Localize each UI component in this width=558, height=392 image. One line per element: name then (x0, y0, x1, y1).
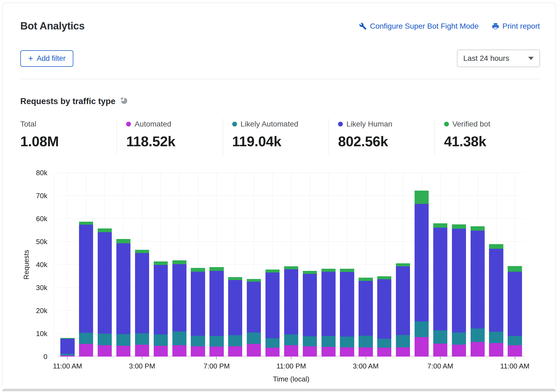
stat-label: Total (20, 120, 36, 128)
bar-stack (340, 173, 354, 357)
bar-segment-automated (60, 356, 74, 357)
bar-slot[interactable] (245, 173, 263, 357)
bar-segment-automated (396, 347, 410, 357)
configure-super-bot-fight-mode-link[interactable]: Configure Super Bot Fight Mode (359, 22, 479, 31)
bar-segment-likely-human (172, 264, 186, 331)
bar-slot[interactable] (468, 173, 487, 357)
bar-slot[interactable] (356, 173, 375, 357)
bar-segment-verified-bot (98, 228, 112, 232)
bar-slot[interactable] (300, 173, 319, 357)
bar-segment-likely-automated (340, 337, 354, 347)
bar-slot[interactable] (319, 173, 338, 357)
bar-segment-verified-bot (433, 223, 447, 228)
bar-segment-verified-bot (303, 271, 317, 274)
bar-segment-verified-bot (191, 268, 205, 272)
header-divider (20, 79, 540, 79)
stat-automated: Automated 118.52k (117, 119, 222, 155)
stat-verified-bot: Verified bot 41.38k (435, 119, 540, 155)
bar-segment-likely-human (359, 281, 373, 336)
bar-segment-likely-automated (265, 338, 280, 348)
bar-slot[interactable] (338, 173, 356, 357)
bar-slot[interactable] (114, 173, 133, 357)
bar-stack (452, 173, 466, 357)
x-tick-label: 3:00 AM (353, 362, 379, 370)
bar-segment-automated (321, 347, 336, 357)
bar-segment-likely-automated (415, 321, 429, 337)
bar-slot[interactable] (506, 173, 524, 357)
bar-segment-likely-human (452, 229, 466, 332)
x-tick-label: 7:00 PM (203, 362, 230, 370)
y-tick-label: 40k (36, 261, 47, 269)
bar-slot[interactable] (412, 173, 431, 357)
bar-segment-automated (209, 347, 224, 357)
bar-slot[interactable] (226, 173, 245, 357)
stat-total: Total 1.08M (20, 119, 117, 155)
bar-slot[interactable] (487, 173, 506, 357)
stat-likely-automated: Likely Automated 119.04k (223, 119, 329, 155)
bar-segment-automated (433, 344, 447, 357)
stat-label: Automated (134, 120, 171, 128)
bar-slot[interactable] (77, 173, 96, 357)
x-tick-mark (291, 357, 291, 359)
bar-segment-likely-automated (284, 334, 298, 346)
bar-segment-automated (508, 345, 522, 357)
bar-segment-verified-bot (489, 244, 503, 248)
bar-segment-likely-automated (452, 333, 466, 345)
bar-slot[interactable] (449, 173, 468, 357)
bar-segment-automated (191, 346, 205, 357)
bar-segment-likely-automated (396, 335, 410, 347)
bar-segment-automated (489, 343, 503, 357)
bar-segment-verified-bot (359, 278, 373, 281)
bar-segment-verified-bot (508, 266, 522, 272)
bar-segment-verified-bot (284, 266, 298, 269)
bar-segment-likely-automated (191, 336, 205, 346)
bar-segment-likely-human (135, 253, 149, 334)
bar-slot[interactable] (58, 173, 77, 357)
bar-segment-verified-bot (452, 224, 466, 229)
bar-slot[interactable] (263, 173, 282, 357)
bar-segment-likely-human (209, 271, 224, 336)
configure-link-label: Configure Super Bot Fight Mode (370, 22, 479, 31)
bar-stack (321, 173, 336, 357)
stat-likely-human: Likely Human 802.56k (329, 119, 434, 155)
bar-slot[interactable] (282, 173, 301, 357)
bar-segment-verified-bot (154, 261, 168, 265)
bar-segment-likely-automated (98, 334, 112, 345)
bar-segment-likely-human (396, 266, 410, 335)
x-tick-label: 11:00 PM (276, 362, 306, 370)
bar-slot[interactable] (375, 173, 394, 357)
bar-stack (359, 173, 373, 357)
stat-value: 802.56k (338, 133, 432, 150)
bar-slot[interactable] (170, 173, 189, 357)
bar-segment-likely-automated (247, 333, 261, 344)
bar-segment-likely-human (247, 282, 261, 333)
bar-slot[interactable] (207, 173, 226, 357)
y-tick-label: 50k (36, 238, 47, 246)
bar-stack (135, 173, 149, 357)
bar-segment-verified-bot (247, 279, 261, 282)
bar-slot[interactable] (151, 173, 170, 357)
x-tick-label: 11:00 AM (500, 362, 530, 370)
bar-slot[interactable] (133, 173, 152, 357)
bar-slot[interactable] (431, 173, 450, 357)
bar-stack (265, 173, 280, 357)
bot-analytics-card: Bot Analytics Configure Super Bot Fight … (2, 3, 556, 386)
time-range-select[interactable]: Last 24 hours (457, 50, 540, 67)
add-filter-button[interactable]: + Add filter (20, 50, 73, 67)
bar-segment-likely-automated (303, 336, 317, 346)
bar-segment-likely-human (116, 243, 130, 334)
bar-slot[interactable] (189, 173, 207, 357)
bar-slot[interactable] (96, 173, 114, 357)
bar-segment-automated (452, 345, 466, 357)
y-tick-label: 10k (36, 330, 47, 338)
stat-value: 1.08M (20, 133, 114, 150)
print-report-link[interactable]: Print report (492, 22, 540, 31)
bar-slot[interactable] (394, 173, 412, 357)
stat-label: Likely Human (346, 120, 392, 128)
bar-stack (154, 173, 168, 357)
print-link-label: Print report (503, 22, 540, 31)
bar-stack (247, 173, 261, 357)
legend-dot-likely-human (338, 122, 343, 127)
bar-stack (396, 173, 410, 357)
bar-segment-verified-bot (116, 239, 130, 243)
